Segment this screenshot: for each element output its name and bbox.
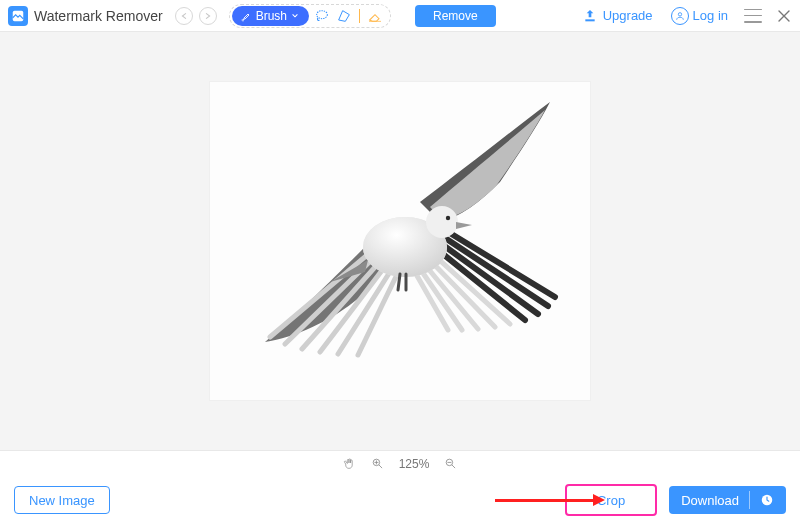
user-icon [671,7,689,25]
new-image-button[interactable]: New Image [14,486,110,514]
login-label: Log in [693,8,728,23]
download-label: Download [681,493,739,508]
brush-icon [240,10,252,22]
tool-divider [359,9,360,23]
crop-button[interactable]: Crop [565,484,657,516]
brush-tool-button[interactable]: Brush [232,6,309,26]
new-image-label: New Image [29,493,95,508]
bird-image-icon [210,82,590,400]
svg-rect-2 [585,19,594,21]
working-image[interactable] [210,82,590,400]
app-title: Watermark Remover [34,8,163,24]
menu-button[interactable] [744,9,762,23]
svg-point-8 [446,216,450,220]
upgrade-button[interactable]: Upgrade [582,8,653,24]
history-icon[interactable] [760,493,774,507]
redo-button[interactable] [199,7,217,25]
remove-label: Remove [433,9,478,23]
svg-point-1 [317,10,328,18]
crop-label: Crop [597,493,625,508]
svg-point-7 [426,206,458,238]
close-button[interactable] [776,8,792,24]
footer-bar: New Image Crop Download [0,476,800,524]
svg-point-3 [678,12,681,15]
history-nav [175,7,217,25]
zoom-out-button[interactable] [443,457,457,471]
upgrade-label: Upgrade [603,8,653,23]
pan-hand-button[interactable] [343,457,357,471]
title-bar: Watermark Remover Brush Remove Upgrade [0,0,800,32]
remove-button[interactable]: Remove [415,5,496,27]
eraser-tool-button[interactable] [366,7,384,25]
zoom-in-button[interactable] [371,457,385,471]
zoom-level: 125% [399,457,430,471]
polygon-tool-button[interactable] [335,7,353,25]
upload-icon [582,8,598,24]
chevron-down-icon [291,12,299,20]
app-logo-icon [8,6,28,26]
brush-label: Brush [256,9,287,23]
lasso-tool-button[interactable] [313,7,331,25]
tool-group: Brush [229,4,391,28]
undo-button[interactable] [175,7,193,25]
download-button[interactable]: Download [669,486,786,514]
zoom-bar: 125% [0,450,800,476]
download-separator [749,491,750,509]
canvas-area[interactable] [0,32,800,450]
login-button[interactable]: Log in [671,7,728,25]
